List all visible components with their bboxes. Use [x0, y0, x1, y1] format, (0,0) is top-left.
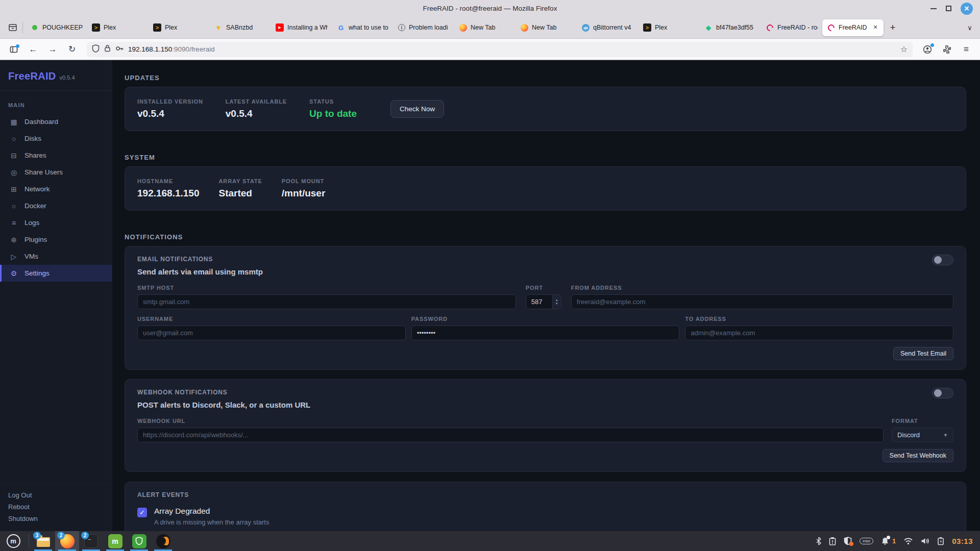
shield-icon[interactable]: [92, 44, 100, 55]
from-address-input[interactable]: [571, 294, 953, 309]
tab-plex-3[interactable]: Plex: [639, 19, 700, 36]
close-icon[interactable]: [961, 3, 973, 15]
bookmark-star-icon[interactable]: ☆: [900, 44, 908, 54]
sidebar-item-logs[interactable]: ≡Logs: [0, 214, 112, 231]
system-card: HOSTNAME 192.168.1.150 ARRAY STATE Start…: [125, 166, 966, 211]
account-icon[interactable]: [920, 42, 935, 57]
tab-google-search[interactable]: what to use to: [332, 19, 394, 36]
settings-content: UPDATES INSTALLED VERSION v0.5.4 LATEST …: [112, 60, 980, 531]
send-test-webhook-button[interactable]: Send Test Webhook: [883, 449, 953, 462]
alert-events-card: ALERT EVENTS Array Degraded A drive is m…: [125, 482, 966, 531]
notifications-heading: NOTIFICATIONS: [125, 233, 966, 241]
lock-icon[interactable]: [104, 44, 111, 54]
logout-link[interactable]: Log Out: [8, 491, 104, 499]
sidebar-item-vms[interactable]: ▷VMs: [0, 248, 112, 265]
sidebar-item-disks[interactable]: ○Disks: [0, 130, 112, 147]
mint-menu-icon: [7, 534, 20, 548]
close-tab-icon[interactable]: [872, 24, 879, 31]
disks-icon: ○: [10, 135, 18, 143]
sidebar-item-settings[interactable]: ⚙Settings: [0, 265, 112, 282]
new-tab-button[interactable]: +: [886, 20, 900, 35]
tab-poughkeepsie[interactable]: POUGHKEEPS: [26, 19, 87, 36]
taskbar-clock[interactable]: 03:13: [952, 537, 973, 545]
volume-icon[interactable]: [921, 537, 929, 545]
clipboard-icon[interactable]: [829, 537, 836, 545]
tab-freeraid-active[interactable]: FreeRAID - r: [822, 19, 884, 36]
tab-sabnzbd[interactable]: SABnzbd: [210, 19, 271, 36]
sidebar-icon[interactable]: [6, 42, 21, 57]
url-bar[interactable]: 192.168.1.150:9090/freeraid ☆: [87, 42, 913, 57]
extensions-puzzle-icon[interactable]: [939, 42, 954, 57]
logs-icon: ≡: [10, 219, 18, 227]
taskbar-shield-app[interactable]: [127, 531, 151, 551]
port-stepper[interactable]: ▲▼: [552, 295, 561, 309]
webhook-notifications-card: WEBHOOK NOTIFICATIONS POST alerts to Dis…: [125, 379, 966, 472]
tab-freeraid-1[interactable]: FreeRAID - roo: [761, 19, 822, 36]
tab-plex-2[interactable]: Plex: [149, 19, 210, 36]
intel-icon[interactable]: intel: [860, 538, 873, 544]
webhook-url-input[interactable]: [137, 428, 884, 442]
sidebar-item-network[interactable]: ⊞Network: [0, 181, 112, 197]
taskbar-mint-software-app[interactable]: [103, 531, 127, 551]
tab-qbittorrent[interactable]: qBittorrent v4: [577, 19, 639, 36]
email-notifications-subtitle: Send alerts via email using msmtp: [137, 267, 953, 276]
sidebar-item-plugins[interactable]: ⊕Plugins: [0, 231, 112, 248]
smtp-host-input[interactable]: [137, 294, 516, 309]
shield-alert-icon[interactable]: [844, 537, 852, 545]
url-text[interactable]: 192.168.1.150:9090/freeraid: [128, 45, 215, 53]
tab-hash[interactable]: bf47fae3df55: [700, 19, 761, 36]
firefox-favicon: [521, 24, 528, 32]
shutdown-link[interactable]: Shutdown: [8, 515, 104, 522]
email-notifications-toggle[interactable]: [932, 255, 953, 265]
mint-software-app-icon: [108, 534, 122, 548]
minimize-icon[interactable]: [930, 8, 937, 9]
array-degraded-checkbox[interactable]: [137, 508, 147, 517]
plex-favicon: [643, 23, 651, 32]
battery-charging-icon[interactable]: [937, 537, 944, 545]
youtube-favicon: [276, 23, 284, 32]
firefox-view-icon[interactable]: [5, 20, 20, 35]
tab-new-tab-2[interactable]: New Tab: [516, 19, 577, 36]
back-icon[interactable]: ←: [26, 42, 41, 57]
tabs: POUGHKEEPS Plex Plex SABnzbd Installing …: [26, 17, 884, 38]
notification-bell-icon[interactable]: [881, 537, 889, 545]
reload-icon[interactable]: ↻: [64, 42, 80, 57]
password-input[interactable]: [411, 325, 680, 340]
forward-icon[interactable]: →: [45, 42, 60, 57]
check-now-button[interactable]: Check Now: [390, 100, 444, 118]
vms-icon: ▷: [10, 253, 18, 261]
to-address-input[interactable]: [685, 325, 953, 340]
sidebar-item-shares[interactable]: ⊟Shares: [0, 147, 112, 164]
account-notification-dot: [930, 43, 934, 47]
tab-problem-loading[interactable]: Problem loadi: [394, 19, 455, 36]
bluetooth-icon[interactable]: [816, 537, 821, 545]
taskbar-files-app[interactable]: 3: [31, 531, 55, 551]
webhook-notifications-toggle[interactable]: [932, 388, 953, 398]
key-icon[interactable]: [115, 45, 124, 54]
wifi-icon[interactable]: [903, 537, 913, 545]
tab-new-tab-1[interactable]: New Tab: [455, 19, 516, 36]
sidebar-item-docker[interactable]: ○Docker: [0, 197, 112, 214]
plex-favicon: [153, 23, 161, 32]
sidebar-footer: Log Out Reboot Shutdown: [0, 484, 112, 531]
taskbar-firefox-app[interactable]: 2: [55, 531, 79, 551]
taskbar-terminal-app[interactable]: 2: [79, 531, 103, 551]
username-input[interactable]: [137, 325, 406, 340]
dashboard-icon: ▦: [10, 118, 18, 126]
tab-overflow-chevron-icon[interactable]: ∨: [963, 20, 977, 35]
maximize-icon[interactable]: [946, 6, 951, 11]
plex-favicon: [92, 23, 100, 32]
sidebar-item-dashboard[interactable]: ▦Dashboard: [0, 113, 112, 130]
from-address-label: FROM ADDRESS: [571, 285, 953, 291]
sidebar-item-share-users[interactable]: ◎Share Users: [0, 164, 112, 181]
reboot-link[interactable]: Reboot: [8, 503, 104, 511]
tab-youtube[interactable]: Installing a Wh: [271, 19, 332, 36]
updates-card: INSTALLED VERSION v0.5.4 LATEST AVAILABL…: [125, 87, 966, 131]
mint-menu-button[interactable]: [0, 531, 27, 551]
format-select[interactable]: Discord ▼: [892, 428, 953, 442]
tab-plex-1[interactable]: Plex: [87, 19, 149, 36]
taskbar-penguin-app[interactable]: [151, 531, 175, 551]
hamburger-menu-icon[interactable]: ≡: [959, 42, 974, 57]
webhook-notifications-subtitle: POST alerts to Discord, Slack, or a cust…: [137, 400, 953, 409]
send-test-email-button[interactable]: Send Test Email: [893, 347, 953, 360]
